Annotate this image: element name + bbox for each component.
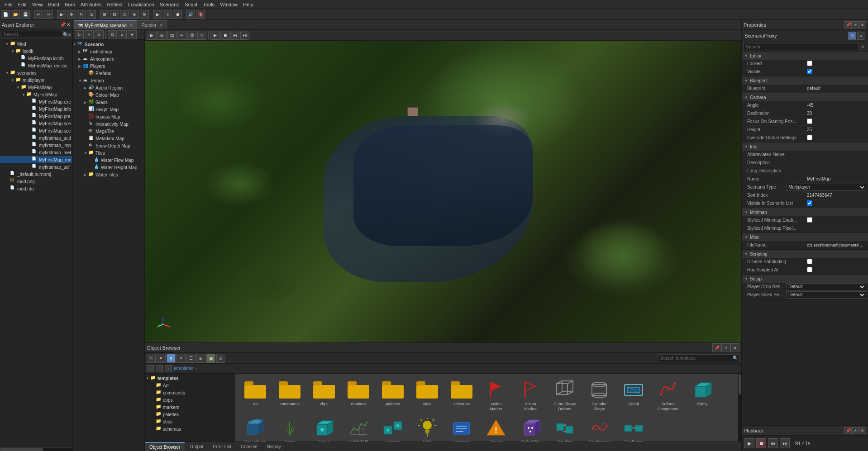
scenario-tree-interactivity[interactable]: 🖱 Interactivity Map bbox=[73, 120, 144, 128]
tree-item-met[interactable]: 📄 myfirstmap_met bbox=[0, 149, 72, 156]
props-section-scripting-header[interactable]: Scripting bbox=[742, 250, 868, 258]
ob-tree-commands[interactable]: 📁 commands bbox=[146, 389, 234, 396]
tab-render[interactable]: Render ✕ bbox=[138, 20, 167, 29]
ob-tree-markers[interactable]: 📁 markers bbox=[146, 404, 234, 411]
tab-render-close[interactable]: ✕ bbox=[159, 23, 163, 28]
ob-refresh[interactable]: ↻ bbox=[147, 354, 156, 363]
ob-tree-palettes[interactable]: 📁 palettes bbox=[146, 411, 234, 418]
ob-grid-view[interactable]: ⊞ bbox=[196, 354, 205, 363]
props-section-setup-header[interactable]: Setup bbox=[742, 275, 868, 283]
scenario-tree-metadata[interactable]: 📋 Metadata Map bbox=[73, 135, 144, 142]
scenario-tree-impass[interactable]: 🚫 Impass Map bbox=[73, 113, 144, 120]
tree-item-modrdo[interactable]: 📄 mod.rdo bbox=[0, 185, 72, 192]
menu-file[interactable]: File bbox=[2, 1, 15, 8]
menu-build[interactable]: Build bbox=[45, 1, 62, 8]
ob-item-group[interactable]: Group bbox=[308, 415, 340, 442]
ob-item-ebps[interactable]: ebps bbox=[308, 377, 340, 413]
viewport-btn3[interactable]: ▤ bbox=[167, 31, 176, 40]
ob-item-decal[interactable]: Decal bbox=[617, 377, 650, 413]
props-override-checkbox[interactable] bbox=[807, 135, 812, 140]
scenario-add[interactable]: + bbox=[85, 30, 94, 39]
tree-item-mod[interactable]: ▼ 📁 Mod bbox=[0, 40, 72, 47]
viewport-btn7[interactable]: ▶ bbox=[210, 31, 219, 40]
ob-tree-schemas[interactable]: 📁 schemas bbox=[146, 425, 234, 432]
props-visible-scenario-value[interactable] bbox=[807, 200, 866, 207]
toolbar-btn12[interactable]: ⏹ bbox=[173, 10, 182, 19]
ob-item-action-marker1[interactable]: Action Marker bbox=[480, 377, 512, 413]
ob-item-light[interactable]: Light bbox=[411, 415, 444, 442]
props-locked-checkbox[interactable] bbox=[807, 61, 812, 66]
tree-item-csv[interactable]: 📄 MyFirstMap_en.csv bbox=[0, 62, 72, 69]
scenario-tree-players[interactable]: ▶ 👥 Players bbox=[73, 62, 144, 70]
ob-item-preset-dest[interactable]: ! Preset Destruction bbox=[480, 415, 512, 442]
ob-tree-ebps[interactable]: 📁 ebps bbox=[146, 396, 234, 404]
scenario-tree-grass[interactable]: ▶ 🌿 Grass bbox=[73, 99, 144, 106]
asset-search-input[interactable] bbox=[2, 31, 63, 38]
menu-localization[interactable]: Localization bbox=[125, 1, 157, 8]
menu-burn[interactable]: Burn bbox=[62, 1, 78, 8]
ob-item-action-marker2[interactable]: Action Marker bbox=[514, 377, 547, 413]
scenario-btn2[interactable]: ⧉ bbox=[108, 30, 117, 39]
tree-item-multiplayer[interactable]: ▼ 📁 multiplayer bbox=[0, 76, 72, 84]
tree-item-myfirstmap2[interactable]: ▼ 📁 MyFirstMap bbox=[0, 91, 72, 98]
props-minimap-enable-checkbox[interactable] bbox=[807, 217, 812, 223]
ob-tree-sbps[interactable]: 📁 sbps bbox=[146, 418, 234, 425]
toolbar-btn9[interactable]: ⚙ bbox=[140, 10, 149, 19]
toolbar-rotate[interactable]: ↻ bbox=[77, 10, 86, 19]
ob-item-deform[interactable]: Deform Component bbox=[652, 377, 684, 413]
bottom-tab-history[interactable]: History bbox=[262, 442, 286, 451]
tree-item-exc[interactable]: 📄 MyFirstMap.exc bbox=[0, 98, 72, 105]
scenario-tree-scenario[interactable]: ▼ 🗺 Scenario bbox=[73, 41, 144, 48]
tree-item-sce1[interactable]: 📄 MyFirstMap.sce bbox=[0, 120, 72, 127]
ob-btn3[interactable]: ■ bbox=[167, 354, 176, 363]
toolbar-btn13[interactable]: 🔊 bbox=[186, 10, 195, 19]
ob-item-message[interactable]: Message bbox=[445, 415, 478, 442]
tab-scenario-close[interactable]: ✕ bbox=[129, 23, 133, 28]
viewport-btn2[interactable]: ⊞ bbox=[157, 31, 167, 40]
scenario-tree-waterflow[interactable]: 💧 Water Flow Map bbox=[73, 157, 144, 164]
scenario-tree-myfirstmap[interactable]: ▶ 🗺 myfirstmap bbox=[73, 48, 144, 55]
props-section-editor-header[interactable]: Editor bbox=[742, 52, 868, 60]
toolbar-btn6[interactable]: ⊟ bbox=[110, 10, 119, 19]
props-focus-checkbox[interactable] bbox=[807, 119, 812, 124]
nav-forward[interactable]: → bbox=[156, 365, 163, 372]
ob-item-random-trans[interactable]: Random Transformer bbox=[548, 415, 581, 442]
tree-item-sce2[interactable]: 📄 MyFirstMap.sce bbox=[0, 127, 72, 134]
toolbar-save[interactable]: 💾 bbox=[21, 10, 30, 19]
scenario-tree-tiles[interactable]: ▼ 📁 Tiles bbox=[73, 149, 144, 157]
ob-btn2[interactable]: ✕ bbox=[157, 354, 166, 363]
menu-edit[interactable]: Edit bbox=[15, 1, 29, 8]
props-minimap-enable-value[interactable] bbox=[807, 217, 866, 223]
ob-item-cylinder[interactable]: Cylinder Shape bbox=[583, 377, 615, 413]
tree-item-myfirstmap[interactable]: ▼ 📁 MyFirstMap bbox=[0, 84, 72, 91]
props-section-camera-header[interactable]: Camera bbox=[742, 93, 868, 101]
bottom-tab-console[interactable]: Console bbox=[236, 442, 262, 451]
ob-item-commands[interactable]: commands bbox=[273, 377, 306, 413]
scenario-tree-prefabs[interactable]: 📦 Prefabs bbox=[73, 70, 144, 77]
playback-close[interactable]: ✕ bbox=[859, 427, 866, 434]
scenario-tree-heightmap[interactable]: 📊 Height Map bbox=[73, 106, 144, 113]
props-scripted-ai-value[interactable] bbox=[807, 267, 866, 273]
tree-item-mn[interactable]: 📄 MyFirstMap_mn bbox=[0, 156, 72, 163]
ob-tree-art[interactable]: 📁 Art bbox=[146, 382, 234, 389]
toolbar-btn5[interactable]: ⊞ bbox=[100, 10, 109, 19]
viewport-btn10[interactable]: ⏭ bbox=[240, 31, 249, 40]
props-search-input[interactable] bbox=[744, 43, 859, 50]
playback-stop[interactable]: ⏹ bbox=[756, 438, 766, 448]
toolbar-undo[interactable]: ↩ bbox=[34, 10, 43, 19]
playback-pin[interactable]: 📌 bbox=[844, 427, 852, 434]
asset-filter-button[interactable]: ≡ bbox=[68, 31, 71, 38]
scenario-tree-audio[interactable]: ▶ 🔊 Audio Region bbox=[73, 84, 144, 91]
props-view-btn1[interactable]: ⊞ bbox=[848, 32, 856, 40]
scenario-tree-snow[interactable]: ❄ Snow Depth Map bbox=[73, 142, 144, 149]
ob-item-markers[interactable]: markers bbox=[342, 377, 375, 413]
tree-item-sof[interactable]: 📄 myfirstmap_sof bbox=[0, 163, 72, 171]
menu-attributes[interactable]: Attributes bbox=[78, 1, 104, 8]
scenario-delete[interactable]: ✕ bbox=[95, 30, 104, 39]
props-locked-value[interactable] bbox=[807, 61, 866, 67]
ob-tree-templates[interactable]: ▼ 📁 templates bbox=[146, 375, 234, 382]
toolbar-scale[interactable]: ⇲ bbox=[87, 10, 96, 19]
viewport-btn6[interactable]: ⟲ bbox=[197, 31, 206, 40]
menu-help[interactable]: Help bbox=[240, 1, 256, 8]
menu-scenario[interactable]: Scenario bbox=[157, 1, 182, 8]
